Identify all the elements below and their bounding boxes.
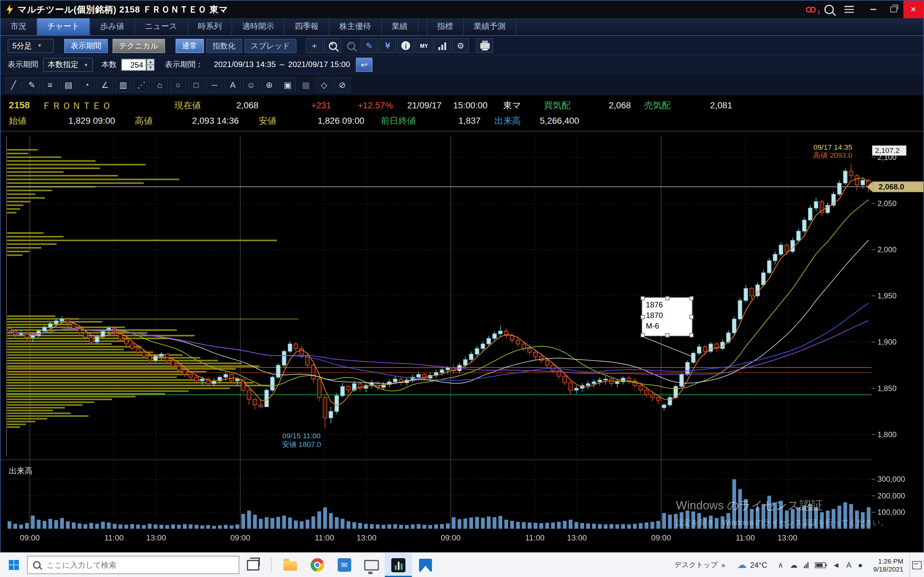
tab-disclosure[interactable]: 適時開示 <box>232 18 284 35</box>
resize-handle[interactable] <box>666 296 670 300</box>
mail-app-button[interactable]: ✉ <box>330 553 357 577</box>
pin-annotation-tool[interactable]: ⊕ <box>261 77 278 93</box>
my-chart-icon[interactable]: MY <box>415 38 433 53</box>
angle-line-tool[interactable]: ∠ <box>97 77 113 93</box>
file-explorer-button[interactable] <box>276 553 303 577</box>
parallel-lines-tool[interactable]: ▤ <box>60 77 76 93</box>
trading-app-button[interactable] <box>384 553 412 577</box>
tab-news[interactable]: ニュース <box>135 18 188 35</box>
draw-pencil-icon[interactable]: ✎ <box>360 38 378 53</box>
trendline-tool[interactable]: ╱ <box>5 77 22 93</box>
battery-icon[interactable] <box>815 562 826 568</box>
time-axis-label: 11:00 <box>315 533 334 542</box>
wrench-icon[interactable]: ⚙ <box>452 38 469 53</box>
tab-chart[interactable]: チャート <box>37 18 90 35</box>
price-change: +231 <box>311 100 331 110</box>
search-icon[interactable] <box>825 5 834 14</box>
taskbar-clock[interactable]: 1:26 PM 9/18/2021 <box>867 557 909 573</box>
app-tray-dot-icon[interactable]: ● <box>858 561 863 570</box>
resize-handle[interactable] <box>641 315 645 319</box>
app-logo-bolt-icon <box>6 5 13 15</box>
tab-shikiho[interactable]: 四季報 <box>285 18 330 35</box>
network-icon[interactable] <box>804 562 809 568</box>
tab-shareholder-benefit[interactable]: 株主優待 <box>329 18 381 35</box>
volume-icon[interactable]: ◄ <box>832 561 840 570</box>
ime-indicator[interactable]: A <box>846 561 851 570</box>
system-tray: ∧ ☁ ◄ A ● <box>773 561 867 570</box>
tab-tick[interactable]: 歩み値 <box>90 18 135 35</box>
technical-button[interactable]: テクニカル <box>113 39 165 53</box>
display-period-label: 表示期間： <box>165 60 203 70</box>
zigzag-tool[interactable]: ⋰ <box>133 77 150 93</box>
eraser-tool[interactable]: ◇ <box>316 77 332 93</box>
icon-stamp-tool[interactable]: ☺ <box>243 77 259 93</box>
high-value: 2,093 14:36 <box>192 115 239 125</box>
link-group-icon[interactable]: 1 <box>806 5 816 13</box>
chrome-button[interactable] <box>304 553 330 577</box>
taskbar-search[interactable] <box>27 556 239 574</box>
desktop-toolbar[interactable]: デスクトップ» <box>669 560 731 570</box>
display-connect-button[interactable] <box>358 553 384 577</box>
mode-indexed-button[interactable]: 指数化 <box>206 39 242 53</box>
display-period-button[interactable]: 表示期間 <box>64 39 108 53</box>
yen-icon[interactable]: ￥ <box>379 38 396 53</box>
action-center-button[interactable] <box>909 553 924 577</box>
gauge-tool[interactable]: ◔ <box>78 77 95 93</box>
region-select-tool[interactable]: ▩ <box>298 77 314 93</box>
close-button[interactable] <box>903 1 923 18</box>
crosshair-icon[interactable]: ＋ <box>306 38 323 53</box>
timeframe-select[interactable]: 5分足 <box>8 39 53 53</box>
mode-spread-button[interactable]: スプレッド <box>244 39 296 53</box>
tab-timeseries[interactable]: 時系列 <box>188 18 232 35</box>
resize-handle[interactable] <box>641 296 645 300</box>
vertical-lines-tool[interactable]: ▥ <box>115 77 131 93</box>
start-button[interactable] <box>0 553 27 577</box>
menu-icon[interactable] <box>845 6 854 13</box>
zoom-out-icon[interactable] <box>342 38 359 53</box>
show-hidden-icons-chevron[interactable]: ∧ <box>778 561 783 570</box>
area-chart-icon[interactable] <box>434 38 451 53</box>
resize-handle[interactable] <box>690 334 694 338</box>
tab-indicators[interactable]: 指標 <box>426 18 464 35</box>
weather-widget[interactable]: ☁ 24°C <box>731 559 773 571</box>
chart-area[interactable]: 2,1002,0502,0001,9501,9001,8501,80009:00… <box>1 131 923 555</box>
resize-handle[interactable] <box>690 296 694 300</box>
clear-all-tool[interactable]: ⊘ <box>334 77 351 93</box>
horizontal-lines-tool[interactable]: ≡ <box>42 77 58 93</box>
minimize-button[interactable] <box>863 1 883 18</box>
note-line: M-6 <box>646 321 688 332</box>
print-icon[interactable] <box>476 38 493 53</box>
tab-bar: 市況 チャート 歩み値 ニュース 時系列 適時開示 四季報 株主優待 業績 指標… <box>1 18 923 36</box>
text-tool[interactable]: A <box>225 77 241 93</box>
undo-icon[interactable]: ↩ <box>356 58 373 72</box>
horizontal-ray-tool[interactable]: ─ <box>206 77 223 93</box>
task-view-button[interactable] <box>239 553 266 577</box>
ellipse-tool[interactable]: ○ <box>170 77 186 93</box>
tab-market[interactable]: 市況 <box>1 18 37 35</box>
resize-handle[interactable] <box>690 315 694 319</box>
zoom-in-icon[interactable] <box>324 38 341 53</box>
prev-close-label: 前日終値 <box>381 115 416 127</box>
onedrive-cloud-icon[interactable]: ☁ <box>790 561 798 570</box>
info-icon[interactable] <box>397 38 414 53</box>
bar-count-input[interactable] <box>121 59 146 71</box>
restore-button[interactable] <box>883 1 903 18</box>
photos-app-button[interactable] <box>412 553 439 577</box>
current-price: 2,068 <box>236 100 258 110</box>
chart-note-annotation[interactable]: 1876 1870 M-6 <box>642 298 692 336</box>
rectangle-tool[interactable]: □ <box>188 77 204 93</box>
prev-close-value: 1,837 <box>459 115 481 125</box>
search-input[interactable] <box>27 556 239 574</box>
tab-earnings[interactable]: 業績 <box>382 18 418 35</box>
polygon-tool[interactable]: ⌂ <box>152 77 168 93</box>
candlestick-chart[interactable]: 2,1002,0502,0001,9501,9001,8501,80009:00… <box>1 131 924 555</box>
mode-normal-button[interactable]: 通常 <box>175 39 204 53</box>
ma-line <box>9 200 869 391</box>
tab-earnings-forecast[interactable]: 業績予測 <box>464 18 516 35</box>
freehand-tool[interactable]: ✎ <box>23 77 40 93</box>
resize-handle[interactable] <box>666 334 670 338</box>
bar-count-stepper[interactable]: ▲▼ <box>147 59 154 71</box>
copy-tool[interactable]: ▣ <box>279 77 296 93</box>
bar-count-mode-select[interactable]: 本数指定 <box>43 58 93 72</box>
resize-handle[interactable] <box>641 334 645 338</box>
